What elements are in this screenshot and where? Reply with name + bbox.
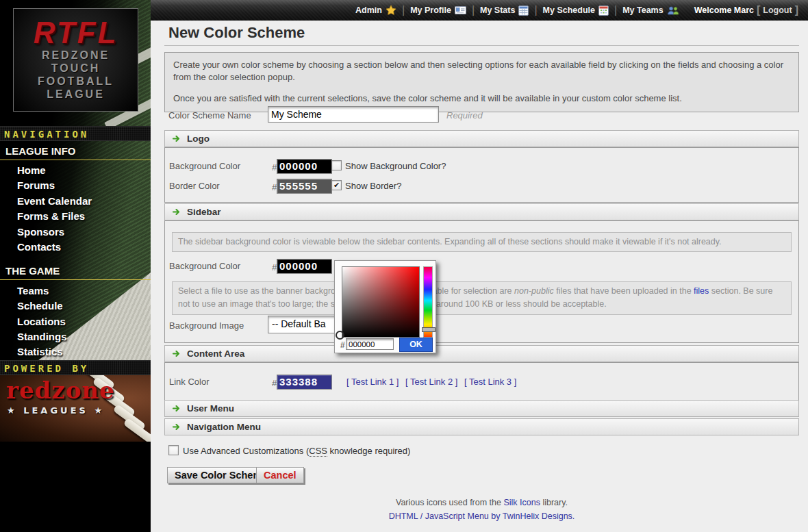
league-logo-line: TOUCH <box>14 62 138 75</box>
section-title: Sidebar <box>187 207 221 217</box>
logo-bg-color-swatch[interactable]: 000000 <box>277 159 332 174</box>
css-acronym: CSS <box>309 446 327 457</box>
section-header-sidebar[interactable]: Sidebar <box>164 203 799 220</box>
logout-link[interactable]: Logout <box>763 5 792 15</box>
redzone-leagues-logo[interactable]: redzone <box>6 377 115 404</box>
show-border-checkbox[interactable] <box>331 180 342 190</box>
sidebar-item-event-calendar[interactable]: Event Calendar <box>17 195 147 210</box>
non-public-emphasis: non-public <box>514 286 554 296</box>
intro-paragraph: Once you are satisfied with the current … <box>173 92 790 105</box>
page-title: New Color Scheme <box>168 24 305 42</box>
group-icon <box>667 5 679 16</box>
menu-separator: | <box>534 4 537 16</box>
test-links: [ Test Link 1 ] [ Test Link 2 ] [ Test L… <box>346 377 520 387</box>
test-link-2[interactable]: [ Test Link 2 ] <box>405 377 457 387</box>
green-arrow-icon <box>172 404 181 413</box>
ok-button[interactable]: OK <box>399 338 433 352</box>
menu-my-profile[interactable]: My Profile <box>410 5 466 15</box>
green-arrow-icon <box>172 349 181 358</box>
redzone-leagues-subtitle: ★ LEAGUES ★ <box>7 405 105 416</box>
menu-separator: | <box>402 4 405 16</box>
sidebar-item-statistics[interactable]: Statistics <box>17 346 147 361</box>
dhtml-link[interactable]: DHTML <box>389 511 418 521</box>
show-bg-color-label: Show Background Color? <box>345 161 446 171</box>
top-menu-bar: Admin | My Profile | My Stats | My Sched… <box>151 0 808 21</box>
powered-by-band: POWERED BY <box>0 360 151 375</box>
saturation-value-square[interactable] <box>342 266 420 338</box>
menu-my-stats[interactable]: My Stats <box>480 5 529 16</box>
sidebar-item-contacts[interactable]: Contacts <box>17 241 147 256</box>
test-link-1[interactable]: [ Test Link 1 ] <box>346 377 399 387</box>
advanced-customizations-label: Use Advanced Customizations (CSS knowled… <box>183 446 410 456</box>
footer-menu-credit: DHTML / JavaScript Menu by TwinHelix Des… <box>164 511 799 521</box>
menu-separator: | <box>472 4 475 16</box>
menu-admin[interactable]: Admin <box>355 5 396 16</box>
section-header-content-area[interactable]: Content Area <box>164 345 799 362</box>
section-header-user-menu[interactable]: User Menu <box>164 400 799 417</box>
football-closeup-photo: redzone ★ LEAGUES ★ <box>0 375 151 442</box>
logo-bg-color-label: Background Color <box>169 161 240 171</box>
color-cursor[interactable] <box>336 331 344 340</box>
hue-slider-handle[interactable] <box>422 327 435 332</box>
sidebar-item-home[interactable]: Home <box>17 164 147 179</box>
section-header-logo[interactable]: Logo <box>164 130 799 147</box>
sidebar-item-sponsors[interactable]: Sponsors <box>17 226 147 241</box>
hue-bar[interactable] <box>423 266 433 338</box>
green-arrow-icon <box>172 422 181 431</box>
green-arrow-icon <box>172 134 181 143</box>
required-hint: Required <box>446 110 483 121</box>
section-title: Logo <box>187 134 210 144</box>
section-header-navigation-menu[interactable]: Navigation Menu <box>164 418 799 435</box>
sidebar-item-teams[interactable]: Teams <box>17 285 147 300</box>
section-body-content-area: Link Color # 333388 [ Test Link 1 ] [ Te… <box>164 362 799 401</box>
sidebar-item-locations[interactable]: Locations <box>17 316 147 331</box>
background-image-label: Background Image <box>169 320 244 331</box>
title-divider <box>164 45 799 46</box>
sidebar: RTFL REDZONE TOUCH FOOTBALL LEAGUE NAVIG… <box>0 0 151 532</box>
sidebar-item-forms-files[interactable]: Forms & Files <box>17 210 147 225</box>
section-title: Content Area <box>187 349 244 359</box>
league-logo-title: RTFL <box>14 17 138 49</box>
section-body-sidebar: The sidebar background color is viewable… <box>164 220 799 343</box>
vcard-icon <box>455 5 466 15</box>
silk-icons-link[interactable]: Silk Icons <box>503 498 540 507</box>
sidebar-item-standings[interactable]: Standings <box>17 331 147 346</box>
link-color-swatch[interactable]: 333388 <box>277 375 332 390</box>
section-body-logo: Background Color # 000000 Show Backgroun… <box>164 147 799 203</box>
cancel-button[interactable]: Cancel <box>256 467 304 483</box>
sidebar-item-schedule[interactable]: Schedule <box>17 300 147 315</box>
test-link-3[interactable]: [ Test Link 3 ] <box>464 377 516 387</box>
stats-table-icon <box>518 5 529 16</box>
league-logo-line: REDZONE <box>14 49 138 62</box>
league-logo-line: FOOTBALL <box>14 75 138 88</box>
sidebar-bg-note: The sidebar background color is viewable… <box>172 232 792 252</box>
logout-bracket: ] <box>795 4 798 16</box>
hash-sign: # <box>340 340 345 350</box>
link-color-label: Link Color <box>169 377 210 387</box>
intro-instructions: Create your own color scheme by choosing… <box>164 52 799 112</box>
color-scheme-name-input[interactable] <box>268 106 439 123</box>
twinhelix-designs-link[interactable]: TwinHelix Designs <box>503 511 572 521</box>
menu-separator: | <box>614 4 617 16</box>
javascript-menu-link[interactable]: JavaScript Menu <box>425 511 489 521</box>
menu-my-teams[interactable]: My Teams <box>622 5 679 16</box>
show-bg-color-checkbox[interactable] <box>331 160 342 170</box>
star-icon <box>386 5 396 16</box>
sidebar-item-forums[interactable]: Forums <box>17 179 147 194</box>
sidebar-header-the-game: THE GAME <box>0 265 151 280</box>
logo-border-color-label: Border Color <box>169 181 220 191</box>
files-link[interactable]: files <box>694 286 709 296</box>
calendar-icon <box>598 5 609 16</box>
intro-paragraph: Create your own color scheme by choosing… <box>173 59 790 84</box>
advanced-customizations-checkbox[interactable] <box>168 445 179 455</box>
main-content: New Color Scheme Create your own color s… <box>151 21 808 532</box>
logo-border-color-swatch[interactable]: 555555 <box>277 179 332 194</box>
color-picker-popup: # OK <box>334 260 436 353</box>
league-logo-line: LEAGUE <box>14 88 138 101</box>
menu-my-schedule[interactable]: My Schedule <box>543 5 609 16</box>
section-title: User Menu <box>187 403 234 414</box>
hex-color-input[interactable] <box>346 338 394 350</box>
league-logo: RTFL REDZONE TOUCH FOOTBALL LEAGUE <box>13 8 138 112</box>
sidebar-header-league-info: LEAGUE INFO <box>0 145 151 160</box>
sidebar-bg-color-swatch[interactable]: 000000 <box>277 259 332 274</box>
